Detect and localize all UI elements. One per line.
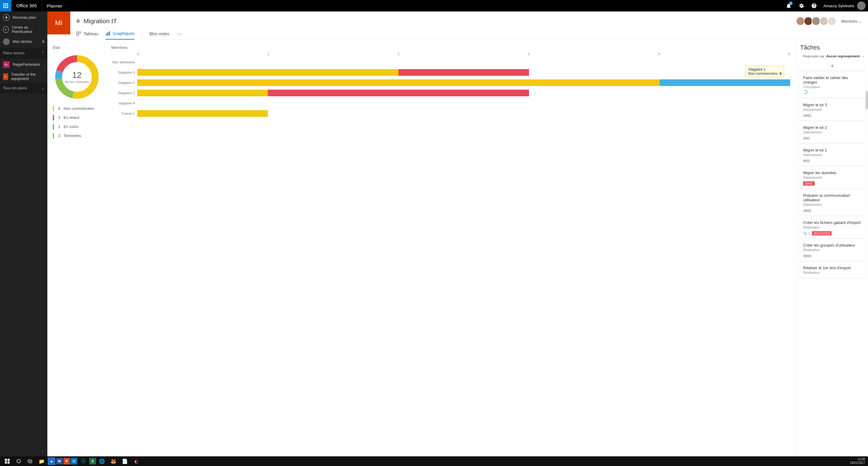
task-date: 20/01: [803, 181, 815, 185]
task-card[interactable]: Réaliser le 1er test d'importRéalisation: [800, 263, 866, 278]
members-header: Membres: [111, 45, 790, 50]
status-header: État: [53, 45, 103, 50]
app-launcher[interactable]: [0, 0, 11, 11]
ie-icon[interactable]: 🌐: [96, 456, 107, 466]
task-card[interactable]: Préparer la communication utilisateurDép…: [800, 191, 866, 215]
skype-icon[interactable]: ⓢ: [78, 456, 89, 466]
svg-rect-21: [7, 459, 10, 461]
chevron-down-icon: ⌄: [859, 19, 862, 24]
svg-rect-25: [28, 460, 31, 462]
sidebar-plan-item[interactable]: OTransfer of the equipment: [0, 70, 48, 83]
bar-row[interactable]: Stagiaire 2: [111, 88, 790, 98]
status-donut-chart[interactable]: 12 tâches restantes: [53, 53, 101, 101]
new-plan-button[interactable]: Nouveau plan: [0, 11, 48, 24]
my-tasks-button[interactable]: Mes tâches 6: [0, 36, 48, 48]
member-avatars[interactable]: [797, 17, 836, 26]
tab-board[interactable]: Tableau: [76, 28, 98, 39]
task-card[interactable]: Migrer le lot 1Déploiement9/02: [800, 145, 866, 166]
task-card[interactable]: Faire valider le cahier des chargesConce…: [800, 73, 866, 98]
legend-row[interactable]: 1En cours: [53, 122, 103, 131]
task-date: 24/01: [803, 209, 812, 212]
task-card[interactable]: Créer les fichiers gabarit d'importRéali…: [800, 218, 866, 238]
bar-segment: [660, 79, 790, 86]
cortana-button[interactable]: [13, 456, 24, 466]
excel-icon[interactable]: X: [89, 458, 96, 465]
plan-title: Migration IT: [84, 18, 117, 25]
edge-icon[interactable]: e: [48, 457, 56, 465]
bar-segment: [137, 110, 268, 117]
bar-tooltip: Stagiaire 1 Non commencées: 4: [746, 66, 784, 77]
status-total-label: tâches restantes: [65, 80, 89, 84]
outlook-icon[interactable]: O: [70, 458, 77, 465]
tab-charts[interactable]: Graphiques: [105, 28, 134, 39]
planner-hub-label: Centre du Planificateur: [12, 25, 44, 34]
settings-button[interactable]: [795, 0, 808, 11]
task-view-button[interactable]: [25, 456, 36, 466]
legend-count: 3: [58, 116, 64, 120]
help-button[interactable]: [808, 0, 820, 11]
svg-rect-22: [5, 462, 7, 464]
powerpoint-icon[interactable]: P: [63, 458, 70, 465]
hub-icon: [3, 26, 9, 33]
svg-rect-1: [5, 3, 6, 4]
plan-tile: MI: [48, 11, 70, 34]
bar-segment: [398, 69, 529, 76]
task-card[interactable]: Créer les groupes d'utilisateurRéalisati…: [800, 240, 866, 261]
user-avatar[interactable]: [857, 1, 866, 10]
add-task-button[interactable]: +: [800, 62, 864, 70]
sidebar-plan-item[interactable]: RLRegiePartenaire: [0, 59, 48, 70]
legend-row[interactable]: 8Non commencées: [53, 104, 103, 113]
legend-row[interactable]: 3En retard: [53, 113, 103, 122]
bar-row[interactable]: Trainer 1: [111, 108, 790, 119]
bar-row[interactable]: Stagiaire 1: [111, 78, 790, 88]
planner-hub-button[interactable]: Centre du Planificateur: [0, 24, 48, 36]
task-card[interactable]: Migrer le lot 3Déploiement24/01: [800, 100, 866, 120]
explorer-icon[interactable]: 📁: [36, 456, 47, 466]
bar-row[interactable]: Stagiaire 3: [111, 67, 790, 78]
legend-row[interactable]: 3Terminées: [53, 131, 103, 140]
legend-swatch: [53, 115, 54, 120]
bar-category-label: Trainer 1: [111, 112, 137, 115]
plus-icon: +: [831, 63, 834, 69]
all-plans-header[interactable]: Tous les plans ⌄: [0, 83, 48, 93]
attachment-icon: 📎 1: [803, 232, 810, 235]
task-bucket: Déploiement: [803, 176, 863, 179]
group-by-dropdown[interactable]: Regrouper par Aucun regroupement ⌄: [797, 53, 868, 59]
plan-tabs: Tableau Graphiques Bloc-notes ⋯: [70, 28, 868, 40]
bar-row[interactable]: Non attribuées: [111, 57, 790, 67]
bar-segment: [137, 90, 268, 96]
task-bucket: Réalisation: [803, 248, 863, 252]
notifications-button[interactable]: 1: [782, 0, 795, 11]
task-title: Migrer le lot 2: [803, 125, 863, 130]
scrollbar-thumb[interactable]: [866, 91, 868, 109]
start-button[interactable]: [2, 456, 13, 466]
task-title: Réaliser le 1er test d'import: [803, 266, 863, 270]
svg-rect-26: [29, 461, 32, 463]
lock-icon: [76, 19, 80, 24]
notepad-icon[interactable]: 📄: [119, 456, 130, 466]
word-icon[interactable]: W: [56, 458, 63, 465]
bar-row[interactable]: stagiaire 4: [111, 98, 790, 108]
system-clock[interactable]: 12:08 24/01/2017: [850, 458, 866, 465]
app-icon[interactable]: ◐: [131, 456, 142, 466]
user-avatar-small: [3, 38, 10, 45]
task-card[interactable]: Migrer les donnéesDéploiement20/01: [800, 168, 866, 188]
members-bar-chart[interactable]: 012345Non attribuéesStagiaire 3Stagiaire…: [111, 52, 790, 119]
favorite-plans-header[interactable]: Plans favoris ⌃: [0, 48, 48, 59]
collapse-nav-icon[interactable]: ‹: [42, 449, 43, 453]
legend-swatch: [53, 133, 54, 139]
task-card[interactable]: Migrer le lot 2Déploiement2/02: [800, 123, 866, 143]
legend-label: En cours: [64, 125, 79, 129]
task-date: 30/12/2016: [812, 231, 832, 235]
username-label[interactable]: Amaury Sylvestre: [820, 4, 857, 8]
firefox-icon[interactable]: 🦊: [108, 456, 119, 466]
legend-label: Terminées: [64, 134, 81, 138]
windows-taskbar: 📁 e W P O ⓢ X 🌐 🦊 📄 ◐ 12:08 24/01/2017: [0, 456, 868, 466]
more-menu-button[interactable]: ⋯: [177, 30, 182, 37]
legend-count: 3: [58, 134, 64, 138]
members-dropdown[interactable]: Membres ⌄: [841, 19, 862, 24]
brand-label[interactable]: Office 365: [11, 0, 42, 11]
chevron-up-icon: ⌃: [41, 51, 44, 56]
tab-notebook[interactable]: Bloc-notes: [149, 28, 169, 39]
task-title: Migrer le lot 1: [803, 148, 863, 152]
